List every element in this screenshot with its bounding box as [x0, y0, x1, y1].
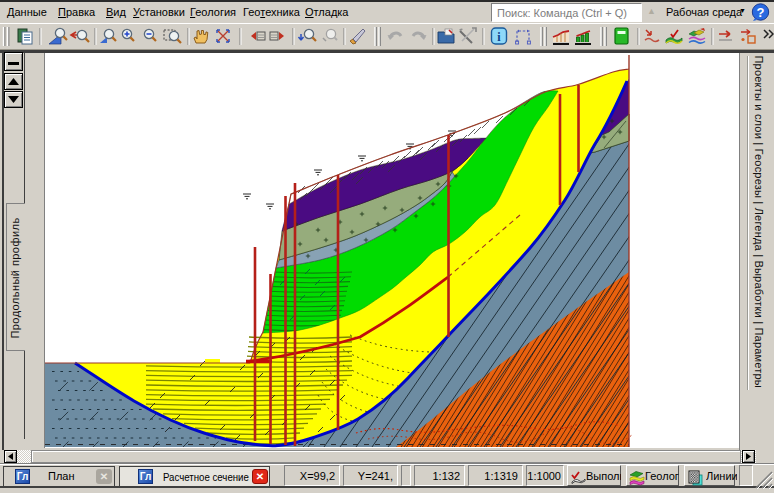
svg-text:?: ?	[757, 5, 765, 20]
